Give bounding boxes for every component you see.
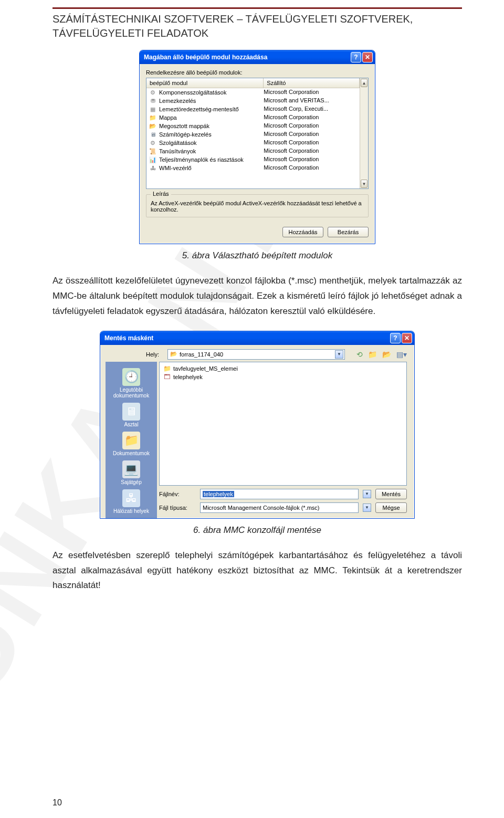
- table-row[interactable]: 📁Mappa Microsoft Corporation: [146, 113, 360, 122]
- file-name: telephelyek: [173, 374, 203, 380]
- scrollbar[interactable]: ▲ ▼: [360, 78, 368, 188]
- figure2-caption: 6. ábra MMC konzolfájl mentése: [193, 525, 321, 536]
- module-vendor: Microsoft Corporation: [264, 139, 360, 146]
- msc-icon: 🗔: [163, 373, 171, 381]
- certificate-icon: 📜: [149, 148, 157, 155]
- header-separator: [52, 7, 462, 9]
- page-title: SZÁMÍTÁSTECHNIKAI SZOFTVEREK – TÁVFELÜGY…: [52, 12, 462, 40]
- folder-icon: 📂: [170, 351, 177, 358]
- save-as-dialog: Mentés másként ? ✕ Hely: 📂 forras_1174_0…: [100, 331, 415, 519]
- folder-icon: 📁: [149, 114, 157, 121]
- table-row[interactable]: ⚙Szolgáltatások Microsoft Corporation: [146, 139, 360, 147]
- perflog-icon: 📊: [149, 156, 157, 163]
- paragraph-1: Az összeállított kezelőfelületet úgyneve…: [52, 274, 462, 319]
- module-vendor: Microsoft Corporation: [264, 114, 360, 121]
- table-row[interactable]: 📜Tanúsítványok Microsoft Corporation: [146, 147, 360, 155]
- gear-icon: ⚙: [149, 89, 157, 96]
- documents-icon: 📁: [122, 432, 140, 449]
- place-network[interactable]: 🖧 Hálózati helyek: [113, 487, 149, 514]
- module-name: Számítógép-kezelés: [159, 131, 212, 138]
- module-name: Komponensszolgáltatások: [159, 89, 226, 96]
- services-icon: ⚙: [149, 139, 157, 146]
- module-name: WMI-vezérlő: [159, 165, 192, 171]
- place-label: Hálózati helyek: [113, 508, 149, 514]
- table-row[interactable]: ⛃Lemezkezelés Microsoft and VERITAS...: [146, 97, 360, 105]
- folder-icon: 📁: [163, 365, 171, 372]
- col-module[interactable]: beépülő modul: [146, 78, 264, 88]
- table-row[interactable]: 🖥Számítógép-kezelés Microsoft Corporatio…: [146, 130, 360, 139]
- table-row[interactable]: 🖧WMI-vezérlő Microsoft Corporation: [146, 164, 360, 172]
- place-recent[interactable]: 🕘 Legutóbbi dokumentumok: [106, 366, 157, 398]
- new-folder-icon[interactable]: 📂: [382, 350, 391, 359]
- add-snapin-dialog: Magában álló beépülő modul hozzáadása ? …: [139, 50, 375, 244]
- cancel-button[interactable]: Mégse: [375, 502, 407, 513]
- module-vendor: Microsoft Corporation: [264, 131, 360, 138]
- module-name: Lemeztöredezettség-mentesítő: [159, 106, 239, 112]
- place-label: Asztal: [124, 422, 138, 427]
- available-modules-label: Rendelkezésre álló beépülő modulok:: [146, 69, 369, 76]
- scroll-down-button[interactable]: ▼: [361, 180, 368, 188]
- table-row[interactable]: 📊Teljesítménynaplók és riasztások Micros…: [146, 155, 360, 164]
- module-name: Szolgáltatások: [159, 140, 197, 146]
- close-dialog-button[interactable]: Bezárás: [328, 227, 369, 237]
- close-button[interactable]: ✕: [402, 333, 412, 343]
- close-button[interactable]: ✕: [362, 52, 373, 62]
- views-icon[interactable]: ▤▾: [396, 350, 407, 359]
- filetype-value: Microsoft Management Console-fájlok (*.m…: [203, 505, 320, 511]
- computer-icon: 🖥: [149, 131, 157, 138]
- dialog2-titlebar[interactable]: Mentés másként ? ✕: [100, 331, 414, 345]
- wmi-icon: 🖧: [149, 164, 157, 172]
- defrag-icon: ▦: [149, 106, 157, 113]
- up-folder-icon[interactable]: 📁: [368, 350, 377, 359]
- place-desktop[interactable]: 🖥 Asztal: [122, 401, 140, 427]
- module-vendor: Microsoft Corporation: [264, 148, 360, 155]
- module-vendor: Microsoft Corporation: [264, 89, 360, 96]
- page-number: 10: [52, 798, 62, 807]
- list-item[interactable]: 📁 tavfelugyelet_MS_elemei: [162, 364, 404, 373]
- figure1-caption: 5. ábra Választható beépített modulok: [182, 250, 332, 261]
- paragraph-2: Az esetfelvetésben szereplő telephelyi s…: [52, 548, 462, 594]
- module-vendor: Microsoft Corporation: [264, 164, 360, 172]
- module-list-header[interactable]: beépülő modul Szállító: [146, 78, 360, 88]
- add-button[interactable]: Hozzáadás: [282, 227, 323, 237]
- place-computer[interactable]: 💻 Sajátgép: [121, 458, 141, 485]
- col-vendor[interactable]: Szállító: [264, 78, 360, 88]
- module-name: Teljesítménynaplók és riasztások: [159, 156, 244, 163]
- module-name: Megosztott mappák: [159, 123, 209, 129]
- computer-icon: 💻: [122, 460, 140, 478]
- file-list[interactable]: 📁 tavfelugyelet_MS_elemei 🗔 telephelyek: [159, 362, 407, 486]
- save-button[interactable]: Mentés: [375, 489, 407, 499]
- table-row[interactable]: ⚙Komponensszolgáltatások Microsoft Corpo…: [146, 88, 360, 97]
- dialog1-titlebar[interactable]: Magában álló beépülő modul hozzáadása ? …: [140, 50, 375, 64]
- place-label: Dokumentumok: [113, 450, 150, 456]
- table-row[interactable]: ▦Lemeztöredezettség-mentesítő Microsoft …: [146, 105, 360, 113]
- place-documents[interactable]: 📁 Dokumentumok: [113, 429, 150, 456]
- filename-label: Fájlnév:: [159, 491, 196, 497]
- list-item[interactable]: 🗔 telephelyek: [162, 373, 404, 381]
- disk-icon: ⛃: [149, 97, 157, 104]
- description-groupbox: Leírás Az ActiveX-vezérlők beépülő modul…: [146, 194, 369, 217]
- module-name: Tanúsítványok: [159, 148, 196, 154]
- table-row[interactable]: 📂Megosztott mappák Microsoft Corporation: [146, 122, 360, 130]
- back-icon[interactable]: ⟲: [356, 350, 363, 359]
- help-button[interactable]: ?: [351, 52, 361, 62]
- module-name: Lemezkezelés: [159, 98, 196, 104]
- chevron-down-icon[interactable]: ▼: [363, 504, 371, 512]
- location-combo[interactable]: 📂 forras_1174_040 ▼: [167, 349, 345, 360]
- places-bar: 🕘 Legutóbbi dokumentumok 🖥 Asztal 📁 Doku…: [106, 362, 157, 518]
- description-text: Az ActiveX-vezérlők beépülő modul Active…: [151, 200, 362, 213]
- module-vendor: Microsoft and VERITAS...: [264, 97, 360, 104]
- help-button[interactable]: ?: [390, 333, 401, 343]
- scroll-up-button[interactable]: ▲: [361, 79, 368, 87]
- location-label: Hely:: [110, 351, 162, 358]
- filename-input[interactable]: telephelyek: [200, 489, 359, 499]
- location-value: forras_1174_040: [180, 351, 223, 358]
- recent-icon: 🕘: [122, 368, 140, 386]
- filetype-combo[interactable]: Microsoft Management Console-fájlok (*.m…: [200, 502, 359, 513]
- desktop-icon: 🖥: [122, 403, 140, 421]
- chevron-down-icon[interactable]: ▼: [363, 490, 371, 498]
- chevron-down-icon[interactable]: ▼: [335, 350, 343, 359]
- module-name: Mappa: [159, 114, 177, 121]
- module-vendor: Microsoft Corp, Executi...: [264, 106, 360, 113]
- module-list[interactable]: beépülő modul Szállító ⚙Komponensszolgál…: [146, 78, 369, 189]
